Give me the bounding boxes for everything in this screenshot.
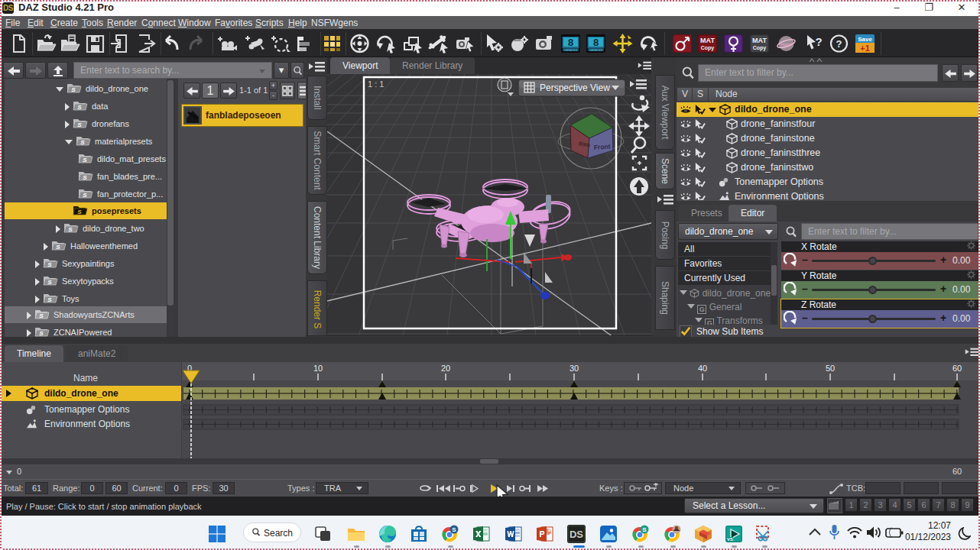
svg-text:Copy: Copy bbox=[753, 45, 767, 51]
svg-text:S: S bbox=[642, 526, 647, 533]
svg-text:DS: DS bbox=[570, 529, 583, 540]
svg-text:1 : 1: 1 : 1 bbox=[368, 79, 384, 89]
svg-text:S: S bbox=[83, 157, 87, 163]
svg-text:Front: Front bbox=[593, 142, 611, 151]
svg-text:S: S bbox=[39, 330, 44, 337]
svg-text:S: S bbox=[56, 244, 60, 251]
svg-text:S: S bbox=[39, 312, 44, 319]
svg-text:Perspective View: Perspective View bbox=[540, 82, 610, 93]
svg-text:GENESIS: GENESIS bbox=[564, 48, 578, 52]
svg-text:S: S bbox=[71, 86, 76, 93]
svg-text:20: 20 bbox=[441, 364, 450, 373]
svg-text:10: 10 bbox=[313, 364, 323, 373]
svg-text:S: S bbox=[452, 526, 456, 533]
svg-text:MAT: MAT bbox=[752, 37, 767, 44]
svg-text:S: S bbox=[80, 139, 85, 146]
svg-text:S: S bbox=[77, 209, 82, 215]
svg-text:Rea: Rea bbox=[579, 141, 591, 148]
svg-text:+1: +1 bbox=[860, 44, 870, 53]
svg-text:8: 8 bbox=[593, 37, 599, 48]
svg-text:GENESIS: GENESIS bbox=[589, 48, 603, 52]
svg-text:40: 40 bbox=[698, 364, 707, 373]
svg-text:S: S bbox=[77, 121, 82, 128]
svg-text:S: S bbox=[77, 104, 82, 111]
svg-text:MAT: MAT bbox=[700, 37, 715, 44]
svg-text:?: ? bbox=[836, 38, 842, 50]
svg-text:Copy: Copy bbox=[701, 45, 715, 51]
svg-text:VS: VS bbox=[727, 537, 733, 542]
svg-text:S: S bbox=[47, 261, 52, 268]
svg-text:30: 30 bbox=[570, 364, 579, 373]
svg-text:60: 60 bbox=[952, 364, 962, 373]
svg-text:?: ? bbox=[815, 35, 822, 48]
svg-text:S: S bbox=[83, 174, 87, 181]
svg-text:50: 50 bbox=[826, 364, 835, 373]
svg-text:S: S bbox=[68, 226, 73, 233]
svg-text:Save: Save bbox=[858, 36, 872, 43]
svg-text:S: S bbox=[83, 192, 87, 199]
svg-text:8: 8 bbox=[568, 37, 573, 48]
svg-text:S: S bbox=[47, 296, 52, 303]
svg-text:S: S bbox=[47, 279, 52, 286]
